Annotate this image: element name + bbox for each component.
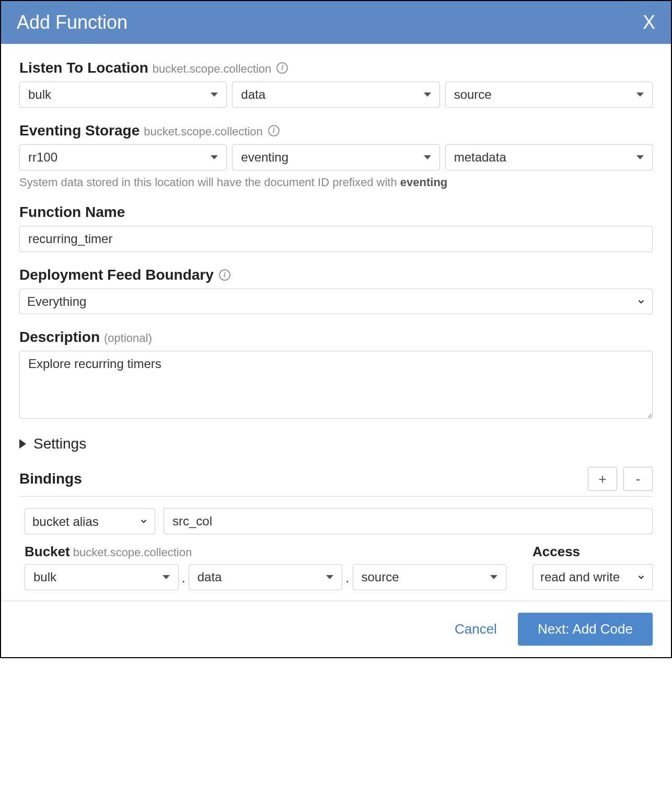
binding-access-label-text: Access xyxy=(532,544,580,560)
description-label: Description (optional) xyxy=(19,329,653,346)
chevron-down-icon xyxy=(326,575,333,579)
modal-title: Add Function xyxy=(17,12,128,33)
modal-header: Add Function X xyxy=(1,1,671,44)
eventing-hint: bucket.scope.collection xyxy=(144,125,262,139)
binding-bucket-label-text: Bucket xyxy=(25,544,70,560)
binding-access-label: Access xyxy=(532,544,653,560)
binding-collection-value: source xyxy=(362,570,399,584)
binding-scope-value: data xyxy=(198,570,222,584)
description-group: Description (optional) Explore recurring… xyxy=(19,329,653,421)
eventing-scope-value: eventing xyxy=(241,150,288,165)
eventing-storage-label: Eventing Storage bucket.scope.collection… xyxy=(19,122,653,139)
eventing-collection-value: metadata xyxy=(454,150,506,165)
chevron-down-icon xyxy=(211,155,218,159)
eventing-collection-select[interactable]: metadata xyxy=(445,144,653,170)
listen-scope-value: data xyxy=(241,87,265,102)
eventing-label-text: Eventing Storage xyxy=(19,122,140,139)
listen-to-location-group: Listen To Location bucket.scope.collecti… xyxy=(19,60,653,108)
expand-right-icon xyxy=(19,439,26,449)
eventing-helper-prefix: System data stored in this location will… xyxy=(19,176,400,189)
bindings-header: Bindings + - xyxy=(19,467,653,497)
modal-body: Listen To Location bucket.scope.collecti… xyxy=(1,44,671,601)
listen-to-location-label: Listen To Location bucket.scope.collecti… xyxy=(19,60,653,76)
binding-access-col: Access read and write xyxy=(532,544,653,590)
feed-boundary-label-text: Deployment Feed Boundary xyxy=(19,267,214,283)
chevron-down-icon xyxy=(211,93,218,97)
listen-collection-select[interactable]: source xyxy=(445,82,653,108)
function-name-label-text: Function Name xyxy=(19,204,125,221)
eventing-bucket-select[interactable]: rr100 xyxy=(19,144,227,170)
binding-row: bucket alias xyxy=(19,508,653,534)
listen-scope-select[interactable]: data xyxy=(232,82,439,108)
dot-separator: . xyxy=(344,570,350,590)
bindings-title: Bindings xyxy=(19,471,82,487)
chevron-down-icon xyxy=(490,575,497,579)
function-name-input[interactable] xyxy=(19,226,653,252)
function-name-group: Function Name xyxy=(19,204,653,252)
listen-collection-value: source xyxy=(454,87,492,102)
add-function-modal: Add Function X Listen To Location bucket… xyxy=(0,0,672,658)
binding-bucket-hint: bucket.scope.collection xyxy=(73,546,192,559)
binding-access-select[interactable]: read and write xyxy=(532,564,653,590)
info-icon[interactable]: i xyxy=(219,269,230,281)
binding-type-select[interactable]: bucket alias xyxy=(25,508,155,534)
chevron-down-icon xyxy=(163,575,170,579)
chevron-down-icon xyxy=(636,155,644,159)
binding-collection-select[interactable]: source xyxy=(353,564,507,590)
listen-bucket-value: bulk xyxy=(28,87,51,102)
feed-boundary-label: Deployment Feed Boundary i xyxy=(19,267,653,283)
next-add-code-button[interactable]: Next: Add Code xyxy=(518,613,653,646)
binding-bucket-col: Bucket bucket.scope.collection bulk . da… xyxy=(25,544,506,590)
eventing-helper-strong: eventing xyxy=(400,176,447,189)
eventing-bucket-value: rr100 xyxy=(28,150,57,165)
settings-toggle[interactable]: Settings xyxy=(19,435,653,452)
listen-label-text: Listen To Location xyxy=(19,60,148,76)
eventing-helper-text: System data stored in this location will… xyxy=(19,176,653,189)
cancel-button[interactable]: Cancel xyxy=(455,621,497,637)
add-binding-button[interactable]: + xyxy=(588,467,617,491)
chevron-down-icon xyxy=(424,155,431,159)
eventing-scope-select[interactable]: eventing xyxy=(232,144,439,170)
feed-boundary-select[interactable]: Everything xyxy=(19,289,653,314)
function-name-label: Function Name xyxy=(19,204,653,221)
binding-alias-input[interactable] xyxy=(164,508,653,534)
chevron-down-icon xyxy=(636,93,644,97)
eventing-storage-group: Eventing Storage bucket.scope.collection… xyxy=(19,122,653,189)
info-icon[interactable]: i xyxy=(276,62,288,74)
binding-bucket-label: Bucket bucket.scope.collection xyxy=(25,544,506,560)
chevron-down-icon xyxy=(424,93,431,97)
description-textarea[interactable]: Explore recurring timers xyxy=(19,351,653,419)
feed-boundary-group: Deployment Feed Boundary i Everything xyxy=(19,267,653,314)
listen-bucket-select[interactable]: bulk xyxy=(19,82,227,108)
listen-hint: bucket.scope.collection xyxy=(153,62,271,76)
binding-bucket-select[interactable]: bulk xyxy=(25,564,179,590)
settings-label: Settings xyxy=(33,435,86,452)
dot-separator: . xyxy=(181,570,187,590)
description-hint: (optional) xyxy=(104,331,152,345)
close-icon[interactable]: X xyxy=(643,12,655,33)
modal-footer: Cancel Next: Add Code xyxy=(1,601,671,657)
binding-scope-select[interactable]: data xyxy=(189,564,343,590)
bucket-access-row: Bucket bucket.scope.collection bulk . da… xyxy=(19,544,653,590)
binding-bucket-value: bulk xyxy=(33,570,56,584)
remove-binding-button[interactable]: - xyxy=(623,467,653,491)
info-icon[interactable]: i xyxy=(268,125,280,136)
description-label-text: Description xyxy=(19,329,100,346)
